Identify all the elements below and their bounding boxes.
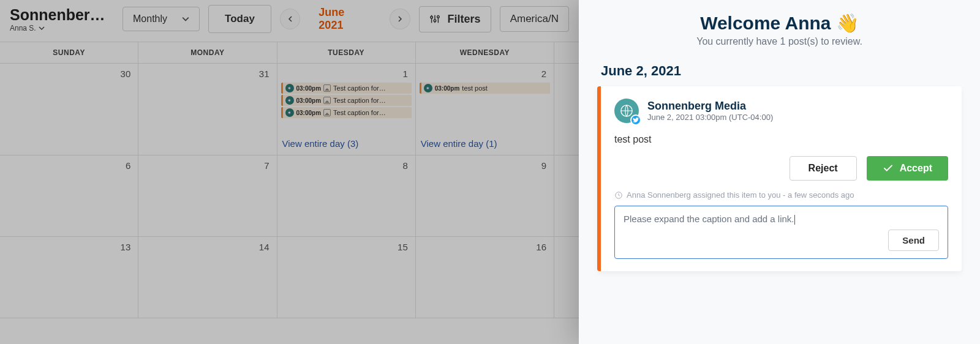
day-number: 31 bbox=[142, 66, 273, 83]
day-number: 6 bbox=[4, 158, 134, 174]
post-content: test post bbox=[614, 123, 948, 156]
calendar-event[interactable]: ✶03:00pmtest post bbox=[420, 83, 550, 94]
network-icon: ✶ bbox=[285, 108, 294, 117]
chevron-left-icon bbox=[287, 16, 293, 22]
view-entire-day-link[interactable]: View entire day (3) bbox=[281, 133, 412, 152]
calendar-day-cell[interactable]: 1✶03:00pmTest caption for…✶03:00pmTest c… bbox=[277, 64, 416, 155]
day-number: 15 bbox=[281, 239, 412, 256]
calendar-day-cell[interactable]: 8 bbox=[277, 155, 416, 237]
day-number: 7 bbox=[142, 158, 273, 174]
calendar-event[interactable]: ✶03:00pmTest caption for… bbox=[281, 83, 412, 94]
day-number: 14 bbox=[142, 239, 273, 256]
accept-button[interactable]: Accept bbox=[867, 156, 948, 181]
reject-button[interactable]: Reject bbox=[790, 156, 857, 181]
day-number: 1 bbox=[281, 66, 412, 83]
check-icon bbox=[883, 163, 894, 174]
user-selector[interactable]: Anna S. bbox=[10, 24, 114, 32]
workspace-selector[interactable]: Sonnenber… Anna S. bbox=[10, 6, 114, 32]
welcome-title: Welcome Anna 👋 bbox=[597, 12, 962, 34]
calendar-day-cell[interactable]: 30 bbox=[0, 64, 138, 155]
comment-text: Please expand the caption and add a link… bbox=[624, 214, 794, 224]
assigned-info: Anna Sonnenberg assigned this item to yo… bbox=[614, 181, 948, 206]
network-icon: ✶ bbox=[285, 96, 294, 105]
day-header: MONDAY bbox=[138, 42, 277, 64]
top-toolbar: Sonnenber… Anna S. Monthly Today June 20… bbox=[0, 0, 579, 42]
timezone-select[interactable]: America/N bbox=[500, 6, 569, 32]
day-number: 16 bbox=[420, 239, 550, 256]
view-entire-day-link[interactable]: View entire day (1) bbox=[420, 133, 550, 152]
calendar-day-cell[interactable]: 2✶03:00pmtest postView entire day (1) bbox=[416, 64, 554, 155]
chevron-right-icon bbox=[397, 16, 403, 22]
chevron-down-icon bbox=[39, 25, 45, 31]
day-header: SUNDAY bbox=[0, 42, 138, 64]
image-icon bbox=[323, 109, 331, 116]
calendar-day-cell[interactable]: 13 bbox=[0, 237, 138, 318]
month-label: June 2021 bbox=[306, 6, 383, 32]
calendar-day-cell[interactable]: 7 bbox=[138, 155, 277, 237]
review-panel: Welcome Anna 👋 You currently have 1 post… bbox=[579, 0, 980, 344]
sliders-icon bbox=[429, 13, 440, 24]
day-header: WEDNESDAY bbox=[416, 42, 554, 64]
clock-icon bbox=[614, 191, 623, 200]
calendar-grid: SUNDAYMONDAYTUESDAYWEDNESDAY 30311✶03:00… bbox=[0, 42, 579, 318]
today-button[interactable]: Today bbox=[208, 5, 271, 33]
prev-month-button[interactable] bbox=[280, 9, 301, 29]
welcome-subtitle: You currently have 1 post(s) to review. bbox=[597, 36, 962, 47]
calendar-day-cell[interactable]: 16 bbox=[416, 237, 554, 318]
post-meta: June 2, 2021 03:00pm (UTC-04:00) bbox=[647, 113, 773, 122]
calendar-day-cell[interactable]: 31 bbox=[138, 64, 277, 155]
calendar-day-cell[interactable]: 6 bbox=[0, 155, 138, 237]
calendar-day-cell[interactable]: 9 bbox=[416, 155, 554, 237]
calendar-day-cell[interactable]: 15 bbox=[277, 237, 416, 318]
review-date: June 2, 2021 bbox=[601, 63, 962, 79]
svg-point-1 bbox=[430, 17, 432, 19]
day-number: 2 bbox=[420, 66, 550, 83]
calendar-event[interactable]: ✶03:00pmTest caption for… bbox=[281, 95, 412, 106]
view-select[interactable]: Monthly bbox=[123, 7, 200, 31]
svg-point-5 bbox=[437, 16, 439, 18]
day-number: 9 bbox=[420, 158, 550, 174]
account-name: Sonnenberg Media bbox=[647, 100, 773, 113]
image-icon bbox=[323, 97, 331, 104]
account-avatar bbox=[614, 99, 639, 123]
comment-input[interactable]: Please expand the caption and add a link… bbox=[614, 206, 948, 259]
svg-point-3 bbox=[434, 20, 436, 22]
chevron-down-icon bbox=[182, 15, 189, 23]
send-button[interactable]: Send bbox=[888, 230, 939, 251]
next-month-button[interactable] bbox=[390, 9, 410, 29]
day-number: 30 bbox=[4, 66, 134, 83]
day-number: 13 bbox=[4, 239, 134, 256]
filters-button[interactable]: Filters bbox=[419, 6, 491, 32]
day-number: 8 bbox=[281, 158, 412, 174]
calendar-event[interactable]: ✶03:00pmTest caption for… bbox=[281, 107, 412, 118]
day-header: TUESDAY bbox=[277, 42, 416, 64]
review-card: Sonnenberg Media June 2, 2021 03:00pm (U… bbox=[597, 86, 962, 271]
twitter-badge-icon bbox=[630, 114, 641, 125]
image-icon bbox=[323, 84, 331, 92]
workspace-title: Sonnenber… bbox=[10, 6, 114, 24]
network-icon: ✶ bbox=[424, 84, 432, 92]
network-icon: ✶ bbox=[285, 84, 294, 92]
calendar-day-cell[interactable]: 14 bbox=[138, 237, 277, 318]
